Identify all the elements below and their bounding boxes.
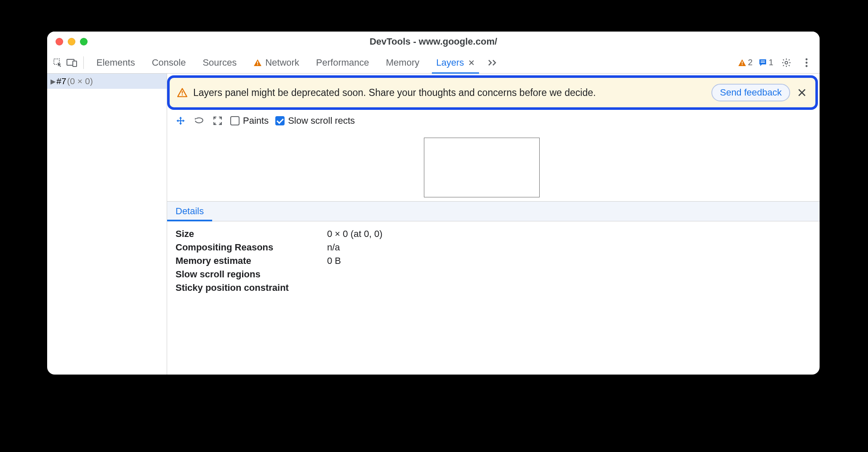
close-window-button[interactable] — [56, 38, 63, 45]
svg-rect-14 — [182, 94, 183, 95]
tab-console[interactable]: Console — [144, 52, 194, 73]
deprecation-banner-highlight: Layers panel might be deprecated soon. S… — [167, 75, 818, 110]
svg-point-9 — [785, 61, 788, 64]
detail-row: Compositing Reasons n/a — [176, 241, 382, 254]
svg-point-10 — [806, 58, 808, 60]
layers-3d-viewport[interactable] — [167, 130, 820, 202]
details-body: Size 0 × 0 (at 0, 0) Compositing Reasons… — [167, 221, 820, 300]
layer-dimensions: (0 × 0) — [67, 76, 93, 86]
detail-row: Memory estimate 0 B — [176, 254, 382, 268]
deprecation-banner: Layers panel might be deprecated soon. S… — [167, 75, 818, 110]
inspect-element-icon[interactable] — [51, 56, 65, 70]
warnings-count: 2 — [748, 58, 753, 67]
paints-checkbox[interactable]: Paints — [230, 115, 269, 126]
svg-rect-3 — [257, 61, 258, 64]
detail-key: Slow scroll regions — [176, 268, 327, 281]
warning-triangle-icon — [177, 88, 187, 97]
layers-view-toolbar: Paints Slow scroll rects — [167, 110, 820, 130]
close-tab-icon[interactable] — [468, 59, 475, 66]
tab-label: Memory — [386, 57, 419, 68]
toolbar-right: 2 1 — [738, 56, 816, 70]
detail-key: Memory estimate — [176, 254, 327, 268]
panel-content: ▶ #7 (0 × 0) Layers panel might be depre… — [47, 74, 820, 375]
messages-count: 1 — [769, 58, 773, 67]
detail-value: n/a — [327, 241, 382, 254]
detail-row: Sticky position constraint — [176, 281, 382, 295]
tab-performance[interactable]: Performance — [308, 52, 378, 73]
details-tabstrip: Details — [167, 202, 820, 221]
devtools-window: DevTools - www.google.com/ Elements Cons… — [47, 32, 820, 375]
svg-point-11 — [806, 61, 808, 64]
close-banner-icon[interactable] — [796, 88, 808, 97]
rotate-mode-icon[interactable] — [193, 115, 205, 127]
svg-rect-7 — [761, 61, 765, 61]
slow-scroll-rects-checkbox[interactable]: Slow scroll rects — [275, 115, 355, 126]
panel-tabs: Elements Console Sources Network Perform… — [88, 52, 503, 73]
paints-label: Paints — [243, 115, 269, 126]
tab-layers[interactable]: Layers — [428, 52, 483, 73]
layer-tree-row[interactable]: ▶ #7 (0 × 0) — [47, 74, 167, 89]
tab-label: Elements — [96, 57, 135, 68]
tab-label: Layers — [436, 57, 464, 68]
checkbox-box — [275, 116, 285, 125]
main-panel: Layers panel might be deprecated soon. S… — [167, 74, 820, 375]
zoom-window-button[interactable] — [80, 38, 88, 45]
svg-rect-4 — [257, 64, 258, 65]
svg-rect-8 — [761, 62, 765, 63]
layer-outline[interactable] — [424, 138, 540, 197]
detail-value — [327, 268, 382, 281]
tab-memory[interactable]: Memory — [378, 52, 428, 73]
layers-tree-sidebar: ▶ #7 (0 × 0) — [47, 74, 167, 375]
svg-point-12 — [806, 65, 808, 67]
layer-id: #7 — [56, 76, 66, 86]
expand-arrow-icon[interactable]: ▶ — [51, 77, 56, 85]
tab-sources[interactable]: Sources — [194, 52, 245, 73]
details-table: Size 0 × 0 (at 0, 0) Compositing Reasons… — [176, 227, 382, 295]
window-controls — [56, 38, 88, 45]
more-tabs-button[interactable] — [483, 52, 503, 73]
svg-rect-6 — [742, 64, 743, 65]
svg-rect-5 — [742, 61, 743, 64]
detail-key: Size — [176, 227, 327, 241]
detail-value: 0 × 0 (at 0, 0) — [327, 227, 382, 241]
svg-rect-13 — [182, 91, 183, 93]
send-feedback-button[interactable]: Send feedback — [711, 84, 790, 101]
window-title: DevTools - www.google.com/ — [370, 36, 497, 47]
tab-label: Sources — [202, 57, 237, 68]
svg-rect-2 — [73, 61, 77, 66]
warnings-badge[interactable]: 2 — [738, 58, 753, 67]
minimize-window-button[interactable] — [68, 38, 75, 45]
kebab-menu-icon[interactable] — [799, 56, 814, 70]
messages-badge[interactable]: 1 — [759, 58, 773, 67]
detail-key: Compositing Reasons — [176, 241, 327, 254]
detail-row: Slow scroll regions — [176, 268, 382, 281]
separator — [83, 56, 84, 69]
device-toolbar-icon[interactable] — [65, 56, 79, 70]
detail-key: Sticky position constraint — [176, 281, 327, 295]
tab-label: Performance — [316, 57, 369, 68]
details-tab[interactable]: Details — [167, 202, 212, 221]
detail-value — [327, 281, 382, 295]
detail-value: 0 B — [327, 254, 382, 268]
pan-mode-icon[interactable] — [175, 115, 186, 127]
reset-view-icon[interactable] — [212, 115, 224, 127]
checkbox-box — [230, 116, 240, 125]
tab-label: Console — [152, 57, 186, 68]
tab-network[interactable]: Network — [245, 52, 308, 73]
tab-elements[interactable]: Elements — [88, 52, 144, 73]
titlebar: DevTools - www.google.com/ — [47, 32, 820, 52]
warning-triangle-icon — [253, 59, 262, 66]
slow-rects-label: Slow scroll rects — [288, 115, 355, 126]
detail-row: Size 0 × 0 (at 0, 0) — [176, 227, 382, 241]
settings-gear-icon[interactable] — [779, 56, 793, 70]
main-toolbar: Elements Console Sources Network Perform… — [47, 52, 820, 74]
banner-message: Layers panel might be deprecated soon. S… — [193, 87, 706, 98]
tab-label: Network — [265, 57, 299, 68]
